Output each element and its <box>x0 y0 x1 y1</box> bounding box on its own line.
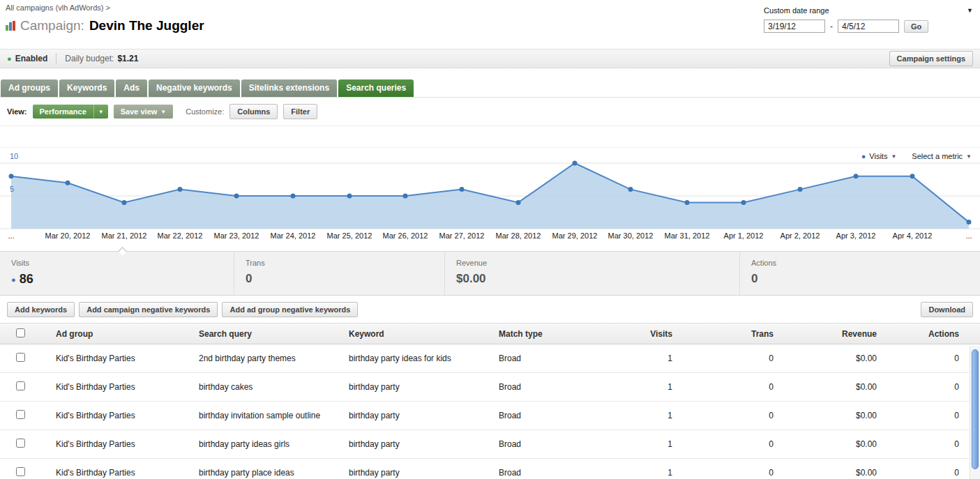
chevron-down-icon: ▼ <box>160 109 166 115</box>
cell-revenue: $0.00 <box>783 382 887 392</box>
cell-ad-group[interactable]: Kid's Birthday Parties <box>47 468 190 478</box>
tab-ad-groups[interactable]: Ad groups <box>1 79 58 97</box>
x-axis-label: ... <box>8 231 14 240</box>
tab-sitelinks-extensions[interactable]: Sitelinks extensions <box>241 79 337 97</box>
stat-trans: Trans 0 <box>234 252 445 295</box>
columns-button[interactable]: Columns <box>229 104 278 119</box>
scrollbar-thumb[interactable] <box>972 349 979 469</box>
chevron-down-icon: ▼ <box>967 7 973 14</box>
cell-match-type: Broad <box>490 468 574 478</box>
x-axis-label: Mar 21, 2012 <box>102 231 147 240</box>
row-checkbox[interactable] <box>16 353 25 362</box>
cell-trans: 0 <box>682 382 783 392</box>
select-metric-label: Select a metric <box>912 152 963 160</box>
date-end-input[interactable] <box>838 20 899 33</box>
add-ad-group-negative-keywords-button[interactable]: Add ad group negative keywords <box>222 302 358 317</box>
go-button[interactable]: Go <box>904 20 928 33</box>
table-header: Ad group Search query Keyword Match type… <box>0 323 980 344</box>
stat-revenue-value: $0.00 <box>456 272 728 286</box>
cell-match-type: Broad <box>490 353 574 363</box>
cell-trans: 0 <box>682 411 783 420</box>
col-ad-group[interactable]: Ad group <box>47 329 190 339</box>
add-keywords-button[interactable]: Add keywords <box>7 302 75 317</box>
x-axis-label: Mar 28, 2012 <box>496 231 541 240</box>
x-axis-label: ... <box>965 231 972 240</box>
table-row: Kid's Birthday Parties birthday party pl… <box>0 459 980 479</box>
stat-visits-value: ● 86 <box>11 272 223 287</box>
stat-visits-label: Visits <box>11 259 223 267</box>
col-keyword[interactable]: Keyword <box>340 329 490 339</box>
cell-keyword: birthday party ideas for kids <box>340 353 490 363</box>
cell-revenue: $0.00 <box>783 468 887 478</box>
row-checkbox[interactable] <box>16 410 25 419</box>
select-all-checkbox[interactable] <box>16 328 25 337</box>
col-revenue[interactable]: Revenue <box>783 329 887 339</box>
page-title: Devin The Juggler <box>89 18 204 33</box>
date-separator: - <box>830 22 833 31</box>
tab-negative-keywords[interactable]: Negative keywords <box>149 79 240 97</box>
stat-actions-label: Actions <box>751 259 969 267</box>
cell-trans: 0 <box>682 439 783 449</box>
cell-keyword: birthday party <box>340 468 490 478</box>
campaign-settings-button[interactable]: Campaign settings <box>889 51 973 66</box>
col-trans[interactable]: Trans <box>682 329 783 339</box>
col-search-query[interactable]: Search query <box>190 329 340 339</box>
daily-budget-value[interactable]: $1.21 <box>117 54 138 63</box>
visits-metric-picker[interactable]: ● Visits ▼ <box>861 152 897 160</box>
view-bar: View: Performance ▼ Save view ▼ Customiz… <box>0 97 980 126</box>
col-actions[interactable]: Actions <box>887 329 969 339</box>
page-title-label: Campaign: <box>20 18 84 33</box>
customize-label: Customize: <box>186 107 224 116</box>
date-start-input[interactable] <box>764 20 825 33</box>
select-all-cell <box>0 328 47 340</box>
add-campaign-negative-keywords-button[interactable]: Add campaign negative keywords <box>79 302 218 317</box>
cell-actions: 0 <box>887 411 969 420</box>
x-axis-label: Mar 23, 2012 <box>214 231 259 240</box>
x-axis-label: Apr 2, 2012 <box>781 231 820 240</box>
chart-x-axis: ...Mar 20, 2012Mar 21, 2012Mar 22, 2012M… <box>0 230 980 242</box>
cell-visits: 1 <box>574 468 682 478</box>
stat-trans-value: 0 <box>246 272 433 286</box>
row-checkbox[interactable] <box>16 467 25 476</box>
cell-visits: 1 <box>574 353 682 363</box>
page-header: All campaigns (vlh AdWords) > Campaign: … <box>0 0 980 49</box>
filter-button[interactable]: Filter <box>283 104 317 119</box>
x-axis-label: Mar 24, 2012 <box>271 231 316 240</box>
tab-keywords[interactable]: Keywords <box>59 79 114 97</box>
download-button[interactable]: Download <box>921 302 973 317</box>
col-visits[interactable]: Visits <box>574 329 682 339</box>
cell-trans: 0 <box>682 468 783 478</box>
date-range-panel: Custom date range ▼ - Go <box>764 6 973 33</box>
row-checkbox[interactable] <box>16 439 25 448</box>
chevron-down-icon[interactable]: ▼ <box>93 105 108 119</box>
col-match-type[interactable]: Match type <box>490 329 574 339</box>
stat-revenue-label: Revenue <box>456 259 728 267</box>
cell-revenue: $0.00 <box>783 411 887 420</box>
vertical-scrollbar[interactable] <box>970 346 980 479</box>
x-axis-label: Mar 25, 2012 <box>327 231 372 240</box>
chart-section: ● Visits ▼ Select a metric ▼ 510 ...Mar … <box>0 147 980 242</box>
tab-ads[interactable]: Ads <box>116 79 147 97</box>
tab-search-queries[interactable]: Search queries <box>338 79 414 97</box>
row-checkbox[interactable] <box>16 381 25 390</box>
save-view-button[interactable]: Save view ▼ <box>114 105 174 119</box>
cell-ad-group[interactable]: Kid's Birthday Parties <box>47 411 190 420</box>
date-range-selector[interactable]: Custom date range ▼ <box>764 6 973 15</box>
x-axis-label: Mar 29, 2012 <box>552 231 598 240</box>
stat-visits: Visits ● 86 <box>0 252 234 295</box>
performance-view-button[interactable]: Performance ▼ <box>33 105 108 119</box>
cell-actions: 0 <box>887 439 969 449</box>
cell-ad-group[interactable]: Kid's Birthday Parties <box>47 439 190 449</box>
select-metric-picker[interactable]: Select a metric ▼ <box>912 152 972 160</box>
cell-search-query: 2nd birthday party themes <box>190 353 340 363</box>
cell-keyword: birthday party <box>340 411 490 420</box>
status-badge[interactable]: Enabled <box>15 54 48 63</box>
x-axis-label: Mar 30, 2012 <box>608 231 654 240</box>
cell-ad-group[interactable]: Kid's Birthday Parties <box>47 382 190 392</box>
campaign-icon <box>6 21 15 31</box>
cell-ad-group[interactable]: Kid's Birthday Parties <box>47 353 190 363</box>
cell-actions: 0 <box>887 382 969 392</box>
cell-visits: 1 <box>574 439 682 449</box>
chevron-down-icon: ▼ <box>966 153 972 160</box>
date-range-controls: - Go <box>764 20 973 33</box>
